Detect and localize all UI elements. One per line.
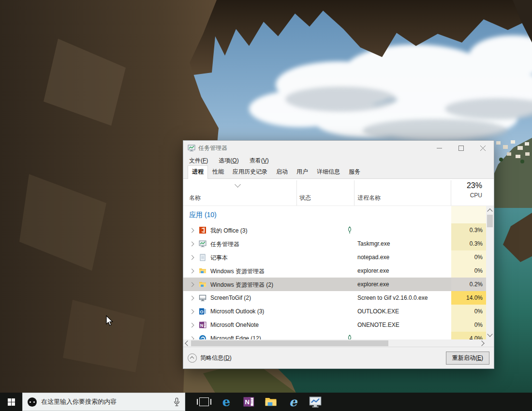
vertical-scrollbar[interactable]: [486, 206, 494, 339]
expand-chevron-icon[interactable]: [190, 323, 194, 328]
start-button[interactable]: [0, 393, 22, 411]
process-row[interactable]: 我的 Office (3) 0.3%: [183, 223, 487, 237]
task-manager-icon: [309, 396, 322, 408]
maximize-button[interactable]: [450, 141, 472, 155]
file-explorer-icon: [199, 280, 207, 288]
outlook-icon: O: [199, 308, 207, 315]
process-row[interactable]: N Microsoft OneNote ONENOTE.EXE 0%: [183, 318, 487, 332]
status-bar: 简略信息(D) 重新启动(E): [183, 347, 494, 368]
taskbar-item-edge[interactable]: e: [215, 393, 237, 411]
screentogif-icon: [199, 294, 207, 302]
process-row[interactable]: Microsoft Edge (12) 4.0%: [183, 332, 487, 339]
office-icon: [199, 226, 207, 234]
expand-chevron-icon[interactable]: [190, 309, 194, 314]
edge-icon: [199, 335, 207, 339]
sort-chevron-down-icon: [235, 181, 241, 188]
taskbar-item-task-manager[interactable]: [304, 393, 326, 411]
title-bar[interactable]: 任务管理器: [183, 141, 494, 155]
suspended-leaf-icon: [347, 335, 353, 339]
process-list: 应用 (10) 我的 Office (3) 0.3% 任务管理器 Taskmgr…: [183, 206, 487, 339]
edge-icon: e: [222, 396, 231, 408]
tab-processes[interactable]: 进程: [188, 165, 208, 179]
onenote-icon: N: [199, 321, 207, 329]
windows-logo-icon: [8, 398, 15, 406]
fewer-details-chevron-icon[interactable]: [188, 353, 197, 363]
expand-chevron-icon[interactable]: [190, 296, 194, 301]
scroll-up-icon[interactable]: [487, 208, 492, 214]
horizontal-scrollbar-thumb[interactable]: [191, 340, 388, 346]
tab-details[interactable]: 详细信息: [312, 165, 344, 178]
scroll-down-icon[interactable]: [487, 331, 492, 337]
expand-chevron-icon[interactable]: [190, 269, 194, 274]
restart-button[interactable]: 重新启动(E): [446, 352, 489, 365]
taskbar-item-onenote[interactable]: N: [237, 393, 260, 411]
tab-app-history[interactable]: 应用历史记录: [228, 165, 272, 178]
file-explorer-icon: [199, 267, 207, 275]
process-row[interactable]: O Microsoft Outlook (3) OUTLOOK.EXE 0%: [183, 305, 487, 318]
onenote-icon: N: [243, 396, 254, 408]
cortana-icon[interactable]: [28, 397, 37, 407]
tab-strip: 进程 性能 应用历史记录 启动 用户 详细信息 服务: [183, 166, 494, 179]
column-header-status[interactable]: 状态: [299, 194, 311, 202]
close-button[interactable]: [472, 141, 494, 155]
suspended-leaf-icon: [347, 226, 353, 235]
microphone-icon[interactable]: [174, 397, 180, 407]
column-header-cpu[interactable]: 23% CPU: [467, 181, 482, 199]
task-manager-window: 任务管理器 文件(F) 选项(O) 查看(V) 进程 性能 应用历史记录 启动 …: [183, 140, 494, 369]
menu-view[interactable]: 查看(V): [250, 157, 269, 165]
column-headers: 名称 状态 进程名称 23% CPU: [183, 179, 494, 206]
window-title: 任务管理器: [198, 144, 227, 152]
column-header-name[interactable]: 名称: [189, 194, 201, 202]
menu-options[interactable]: 选项(O): [219, 157, 238, 165]
scroll-right-icon[interactable]: [479, 340, 484, 346]
desktop: 任务管理器 文件(F) 选项(O) 查看(V) 进程 性能 应用历史记录 启动 …: [0, 0, 532, 411]
tab-startup[interactable]: 启动: [272, 165, 292, 178]
group-header-apps[interactable]: 应用 (10): [183, 206, 487, 223]
fewer-details-toggle[interactable]: 简略信息(D): [200, 354, 232, 362]
svg-text:O: O: [200, 309, 203, 314]
task-manager-icon: [188, 144, 195, 152]
taskbar: 在这里输入你要搜索的内容 e N e: [0, 393, 532, 411]
minimize-button[interactable]: [429, 141, 450, 155]
svg-text:N: N: [200, 323, 204, 328]
expand-chevron-icon[interactable]: [190, 228, 194, 233]
expand-chevron-icon[interactable]: [190, 242, 194, 247]
taskbar-search[interactable]: 在这里输入你要搜索的内容: [22, 393, 185, 411]
search-input[interactable]: 在这里输入你要搜索的内容: [41, 397, 169, 406]
tab-performance[interactable]: 性能: [208, 165, 228, 178]
scroll-left-icon[interactable]: [185, 340, 190, 346]
task-view-icon: [199, 397, 209, 406]
file-explorer-icon: [265, 396, 277, 408]
internet-explorer-icon: e: [289, 396, 297, 408]
process-row[interactable]: 记事本 notepad.exe 0%: [183, 250, 487, 264]
vertical-scrollbar-thumb[interactable]: [487, 215, 493, 227]
taskbar-item-internet-explorer[interactable]: e: [282, 393, 304, 411]
svg-text:N: N: [245, 398, 250, 406]
menu-bar: 文件(F) 选项(O) 查看(V): [183, 155, 494, 166]
process-row[interactable]: ScreenToGif (2) Screen to Gif v2.16.0.0.…: [183, 291, 487, 305]
column-header-process[interactable]: 进程名称: [357, 194, 381, 202]
taskbar-item-file-explorer[interactable]: [260, 393, 282, 411]
process-row[interactable]: 任务管理器 Taskmgr.exe 0.3%: [183, 237, 487, 250]
tab-users[interactable]: 用户: [292, 165, 312, 178]
expand-chevron-icon[interactable]: [190, 282, 194, 287]
process-row-selected[interactable]: Windows 资源管理器 (2) explorer.exe 0.2%: [183, 278, 487, 291]
notepad-icon: [199, 253, 207, 261]
expand-chevron-icon[interactable]: [190, 255, 194, 260]
menu-file[interactable]: 文件(F): [189, 157, 208, 165]
tab-services[interactable]: 服务: [344, 165, 365, 178]
horizontal-scrollbar[interactable]: [183, 339, 486, 347]
task-view-button[interactable]: [193, 393, 215, 411]
process-row[interactable]: Windows 资源管理器 explorer.exe 0%: [183, 264, 487, 278]
task-manager-icon: [199, 240, 207, 248]
